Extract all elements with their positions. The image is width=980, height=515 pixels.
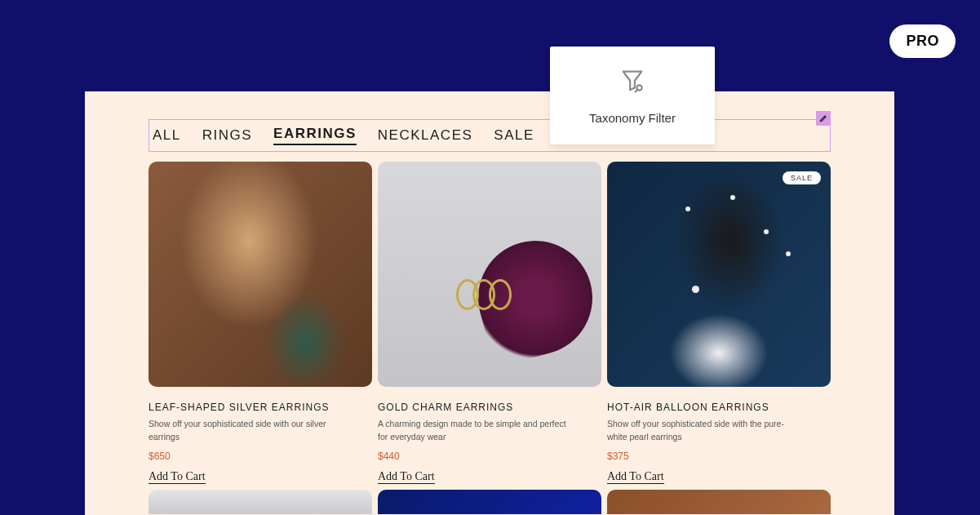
product-image	[149, 162, 372, 387]
filter-sale[interactable]: SALE	[494, 127, 534, 144]
product-image	[149, 490, 372, 514]
sale-badge: SALE	[783, 171, 821, 184]
product-description: Show off your sophisticated side with ou…	[149, 418, 339, 444]
add-to-cart-button[interactable]: Add To Cart	[149, 470, 206, 484]
filter-earrings[interactable]: EARRINGS	[273, 126, 357, 145]
pencil-icon	[819, 111, 828, 126]
filter-rings[interactable]: RINGS	[202, 127, 252, 144]
storefront-preview: ALL RINGS EARRINGS NECKLACES SALE NEW LE…	[85, 91, 894, 515]
edit-block-button[interactable]	[816, 111, 831, 126]
filter-icon	[619, 67, 646, 98]
tooltip-label: Taxonomy Filter	[589, 111, 676, 125]
product-price: $650	[149, 451, 372, 462]
taxonomy-filter-bar: ALL RINGS EARRINGS NECKLACES SALE NEW	[149, 119, 831, 152]
product-title: LEAF-SHAPED SILVER EARRINGS	[149, 402, 372, 413]
product-price: $440	[378, 451, 601, 462]
pro-badge: PRO	[889, 24, 956, 58]
product-card[interactable]: LEAF-SHAPED SILVER EARRINGS Show off you…	[149, 162, 372, 484]
products-grid: LEAF-SHAPED SILVER EARRINGS Show off you…	[149, 162, 831, 514]
filter-necklaces[interactable]: NECKLACES	[378, 127, 472, 144]
product-card[interactable]: GOLD CHARM EARRINGS A charming design ma…	[378, 162, 601, 484]
product-image: SALE	[607, 162, 831, 387]
product-description: Show off your sophisticated side with th…	[607, 418, 797, 444]
product-title: GOLD CHARM EARRINGS	[378, 402, 601, 413]
product-card[interactable]	[378, 490, 601, 514]
taxonomy-filter-tooltip: Taxonomy Filter	[550, 47, 715, 144]
product-card[interactable]: SALE HOT-AIR BALLOON EARRINGS Show off y…	[607, 162, 831, 484]
product-description: A charming design made to be simple and …	[378, 418, 568, 444]
add-to-cart-button[interactable]: Add To Cart	[378, 470, 435, 484]
product-card[interactable]	[607, 490, 831, 514]
product-image	[378, 490, 601, 514]
product-image	[607, 490, 831, 514]
product-title: HOT-AIR BALLOON EARRINGS	[607, 402, 831, 413]
product-price: $375	[607, 451, 831, 462]
product-card[interactable]	[149, 490, 372, 514]
add-to-cart-button[interactable]: Add To Cart	[607, 470, 664, 484]
filter-all[interactable]: ALL	[153, 127, 181, 144]
product-image	[378, 162, 601, 387]
